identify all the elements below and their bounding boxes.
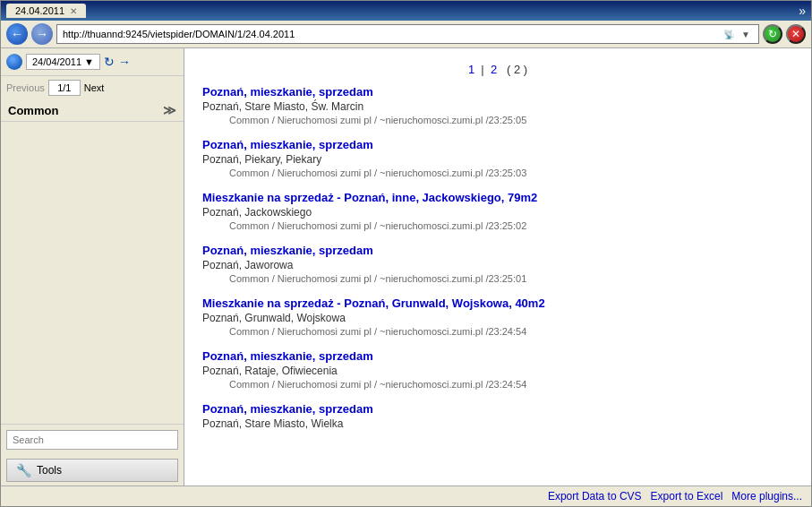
page-nav-text: 1 | 2 ( 2 ) [468, 63, 527, 76]
bottom-bar: Export Data to CVS Export to Excel More … [1, 486, 811, 506]
page-2-link[interactable]: 2 [491, 63, 497, 76]
result-meta-3: Common / Nieruchomosi zumi pl / ~nieruch… [202, 273, 793, 284]
result-item: Poznań, mieszkanie, sprzedam Poznań, Jaw… [202, 244, 793, 284]
result-meta-2: Common / Nieruchomosi zumi pl / ~nieruch… [202, 220, 793, 231]
result-location-4: Poznań, Grunwald, Wojskowa [202, 312, 793, 324]
date-text: 24/04/2011 [32, 56, 81, 67]
result-location-6: Poznań, Stare Miasto, Wielka [202, 417, 793, 430]
address-bar[interactable]: http://thuannd:9245/vietspider/DOMAIN/1/… [56, 24, 759, 44]
export-excel-link[interactable]: Export to Excel [651, 490, 723, 503]
date-nav: 24/04/2011 ▼ ↻ → [1, 48, 184, 76]
date-refresh-icon[interactable]: ↻ [104, 55, 115, 69]
sidebar-content [1, 122, 184, 424]
tab-title: 24.04.2011 [15, 5, 64, 16]
rss-icon: 📡 [722, 27, 736, 41]
main-area: 24/04/2011 ▼ ↻ → Previous Next Common ≫ [1, 48, 811, 486]
result-location-3: Poznań, Jaworowa [202, 259, 793, 271]
result-meta-0: Common / Nieruchomosi zumi pl / ~nieruch… [202, 115, 793, 125]
page-input[interactable] [48, 80, 81, 96]
expand-icon[interactable]: ≫ [163, 103, 176, 117]
search-bar [1, 424, 184, 455]
scroll-arrows: » [799, 4, 806, 18]
result-location-1: Poznań, Piekary, Piekary [202, 153, 793, 166]
result-location-0: Poznań, Stare Miasto, Św. Marcin [202, 100, 793, 113]
previous-label: Previous [6, 82, 45, 93]
page-1-link[interactable]: 1 [468, 63, 474, 76]
tools-icon: 🔧 [16, 463, 31, 477]
back-button[interactable]: ← [6, 23, 28, 45]
next-label[interactable]: Next [84, 82, 105, 93]
title-bar: 24.04.2011 ✕ » [1, 1, 811, 21]
result-title-0[interactable]: Poznań, mieszkanie, sprzedam [202, 85, 793, 99]
common-label: Common [8, 104, 58, 117]
tab-close-icon[interactable]: ✕ [70, 6, 77, 16]
result-location-2: Poznań, Jackowskiego [202, 206, 793, 219]
more-plugins-link[interactable]: More plugins... [731, 490, 802, 503]
date-button[interactable]: 24/04/2011 ▼ [26, 54, 100, 70]
content-scroll: 1 | 2 ( 2 ) Poznań, mieszkanie, sprzedam… [184, 48, 811, 451]
tools-label: Tools [37, 464, 62, 477]
common-header: Common ≫ [1, 99, 184, 122]
page-navigation: 1 | 2 ( 2 ) [202, 57, 793, 85]
result-item: Mieszkanie na sprzedaż - Poznań, Grunwal… [202, 296, 793, 337]
result-title-1[interactable]: Poznań, mieszkanie, sprzedam [202, 138, 793, 151]
result-meta-1: Common / Nieruchomosi zumi pl / ~nieruch… [202, 168, 793, 178]
result-location-5: Poznań, Rataje, Ofiwiecenia [202, 365, 793, 377]
dropdown-icon[interactable]: ▼ [739, 27, 753, 41]
refresh-button[interactable]: ↻ [763, 24, 782, 44]
result-item: Poznań, mieszkanie, sprzedam Poznań, Sta… [202, 85, 793, 125]
results-container: Poznań, mieszkanie, sprzedam Poznań, Sta… [202, 85, 793, 430]
toolbar: ← → http://thuannd:9245/vietspider/DOMAI… [1, 21, 811, 48]
result-title-4[interactable]: Mieszkanie na sprzedaż - Poznań, Grunwal… [202, 296, 793, 310]
forward-button[interactable]: → [31, 23, 53, 45]
result-meta-4: Common / Nieruchomosi zumi pl / ~nieruch… [202, 326, 793, 337]
browser-tab[interactable]: 24.04.2011 ✕ [6, 4, 86, 18]
date-dropdown-icon: ▼ [84, 56, 94, 67]
result-item: Mieszkanie na sprzedaż - Poznań, inne, J… [202, 191, 793, 231]
sidebar: 24/04/2011 ▼ ↻ → Previous Next Common ≫ [1, 48, 184, 486]
export-cvs-link[interactable]: Export Data to CVS [548, 490, 642, 503]
result-title-3[interactable]: Poznań, mieszkanie, sprzedam [202, 244, 793, 257]
nav-right-arrow-icon[interactable]: → [118, 55, 131, 69]
result-meta-5: Common / Nieruchomosi zumi pl / ~nieruch… [202, 379, 793, 390]
result-item: Poznań, mieszkanie, sprzedam Poznań, Sta… [202, 402, 793, 430]
url-text: http://thuannd:9245/vietspider/DOMAIN/1/… [63, 29, 722, 39]
stop-button[interactable]: ✕ [786, 24, 806, 44]
sidebar-pagination: Previous Next [1, 76, 184, 99]
result-title-6[interactable]: Poznań, mieszkanie, sprzedam [202, 402, 793, 416]
result-item: Poznań, mieszkanie, sprzedam Poznań, Pie… [202, 138, 793, 178]
result-item: Poznań, mieszkanie, sprzedam Poznań, Rat… [202, 349, 793, 390]
result-title-5[interactable]: Poznań, mieszkanie, sprzedam [202, 349, 793, 363]
search-input[interactable] [6, 430, 178, 450]
tools-button[interactable]: 🔧 Tools [6, 459, 178, 482]
content-area[interactable]: 1 | 2 ( 2 ) Poznań, mieszkanie, sprzedam… [184, 48, 811, 486]
result-title-2[interactable]: Mieszkanie na sprzedaż - Poznań, inne, J… [202, 191, 793, 204]
globe-icon [6, 54, 22, 70]
